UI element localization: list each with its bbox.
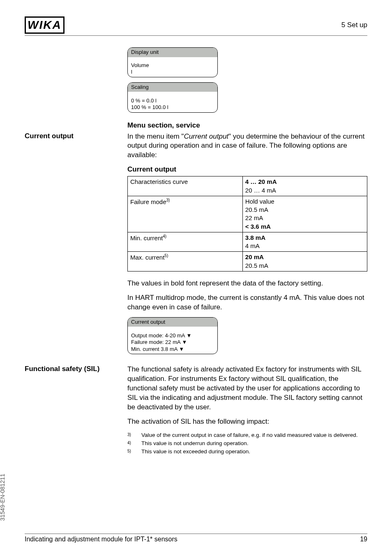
table-value: 20.5 mA [245, 262, 268, 269]
body-text: In HART multidrop mode, the current is c… [127, 293, 367, 312]
section-title: 5 Set up [341, 21, 367, 29]
lcd-title: Display unit [128, 48, 217, 57]
table-cell: Max. current5) [128, 252, 243, 272]
table-value: 4 … 20 mA [245, 178, 277, 185]
footnote: 3) Value of the current output in case o… [127, 432, 367, 439]
table-cell: Min. current4) [128, 232, 243, 252]
table-value: Min. current [130, 234, 163, 241]
table-value: 3.8 mA [245, 234, 265, 241]
current-output-intro: In the menu item "Current output" you de… [127, 132, 367, 160]
footnote-number: 3) [127, 432, 133, 439]
footnote: 4) This value is not underrun during ope… [127, 440, 367, 447]
page-header: WIKA 5 Set up [25, 16, 367, 36]
footnote-ref-icon: 3) [166, 198, 170, 202]
document-id: 31549-EN-081211 [0, 474, 6, 521]
table-row: Characteristics curve 4 … 20 mA 20 … 4 m… [128, 176, 367, 196]
lcd-display-unit: Display unit Volume l [127, 47, 218, 77]
lcd-value: Output mode: 4-20 mA ▼ [131, 332, 214, 339]
table-value: < 3.6 mA [245, 223, 271, 230]
lcd-value: 0 % = 0.0 l [131, 97, 214, 104]
brand-logo: WIKA [25, 16, 65, 34]
lcd-title: Current output [128, 318, 217, 327]
table-cell: 4 … 20 mA 20 … 4 mA [242, 176, 367, 196]
body-text: The values in bold font represent the da… [127, 279, 367, 288]
table-value: 22 mA [245, 214, 263, 221]
footnote-text: Value of the current output in case of f… [141, 432, 358, 439]
table-value: 20.5 mA [245, 206, 268, 213]
footnote-text: This value is not exceeded during operat… [141, 448, 250, 455]
footnote-ref-icon: 5) [164, 253, 168, 258]
lcd-group: Display unit Volume l Scaling 0 % = 0.0 … [127, 47, 367, 113]
lcd-value: l [131, 69, 214, 75]
lcd-value: Volume [131, 62, 214, 69]
table-row: Max. current5) 20 mA 20.5 mA [128, 252, 367, 272]
lcd-value: 100 % = 100.0 l [131, 104, 214, 111]
footnote-ref-icon: 4) [163, 234, 166, 239]
table-row: Min. current4) 3.8 mA 4 mA [128, 232, 367, 252]
table-cell: Hold value 20.5 mA 22 mA < 3.6 mA [242, 196, 367, 232]
table-row: Failure mode3) Hold value 20.5 mA 22 mA … [128, 196, 367, 232]
table-value: 4 mA [245, 242, 260, 249]
body-text: The activation of SIL has the following … [127, 417, 367, 427]
footnote-number: 5) [127, 448, 133, 455]
table-value: Hold value [245, 198, 274, 205]
lcd-title: Scaling [128, 83, 217, 92]
footnotes: 3) Value of the current output in case o… [127, 432, 367, 456]
footnote: 5) This value is not exceeded during ope… [127, 448, 367, 455]
table-value: 20 mA [245, 253, 264, 260]
body-text: The functional safety is already activat… [127, 365, 367, 412]
footer-title: Indicating and adjustment module for IPT… [25, 536, 178, 543]
sidebar-label-current-output: Current output [25, 132, 127, 140]
footnote-text: This value is not underrun during operat… [141, 440, 248, 447]
sidebar-label-functional-safety: Functional safety (SIL) [25, 365, 127, 373]
table-value: 20 … 4 mA [245, 187, 276, 194]
table-value: Failure mode [130, 198, 166, 205]
lcd-value: Min. current 3.8 mA ▼ [131, 346, 214, 353]
lcd-value: Failure mode: 22 mA ▼ [131, 339, 214, 346]
menu-section-heading: Menu section, service [127, 121, 367, 130]
footnote-number: 4) [127, 440, 133, 447]
lcd-scaling: Scaling 0 % = 0.0 l 100 % = 100.0 l [127, 82, 218, 113]
page-number: 19 [360, 536, 367, 543]
lcd-current-output: Current output Output mode: 4-20 mA ▼ Fa… [127, 317, 218, 354]
current-output-table: Characteristics curve 4 … 20 mA 20 … 4 m… [127, 176, 367, 272]
page-footer: Indicating and adjustment module for IPT… [25, 534, 367, 543]
table-value: Max. current [130, 254, 164, 261]
table-cell: 20 mA 20.5 mA [242, 252, 367, 272]
table-cell: Failure mode3) [128, 196, 243, 232]
table-cell: 3.8 mA 4 mA [242, 232, 367, 252]
table-title: Current output [127, 165, 367, 174]
brand-logo-text: WIKA [25, 16, 65, 34]
table-cell: Characteristics curve [128, 176, 243, 196]
